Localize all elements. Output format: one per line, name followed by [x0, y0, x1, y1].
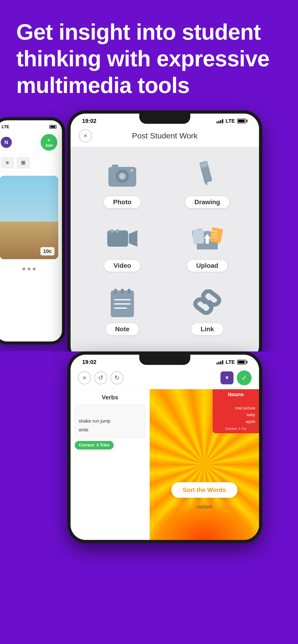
phone2-content: Verbs shake run jump write Correct: 4 Tr… — [71, 389, 259, 540]
phone-main: 19:02 LTE — [67, 110, 262, 364]
svg-point-2 — [119, 173, 126, 180]
tool-upload[interactable]: FILE PHOTO VIDEO Upload — [169, 222, 245, 272]
price-badge: 10c — [40, 247, 55, 256]
link-label: Link — [191, 323, 223, 336]
svg-rect-3 — [112, 164, 118, 168]
comic-panel: Nouns mail picture baby apple Correct: 1… — [150, 389, 259, 540]
tool-link[interactable]: Link — [169, 286, 245, 336]
tools-grid: Photo Drawing — [71, 147, 259, 347]
verbs-title: Verbs — [75, 394, 145, 401]
phone-header-bar: × Post Student Work — [71, 126, 259, 147]
add-button[interactable]: + Add — [41, 134, 57, 151]
tool-note[interactable]: Note — [85, 286, 160, 336]
nouns-title: Nouns — [216, 392, 255, 398]
signal-icon — [216, 119, 223, 123]
svg-marker-9 — [129, 230, 137, 247]
nouns-panel: Nouns mail picture baby apple Correct: 1… — [213, 389, 259, 434]
logo-icon: N — [1, 137, 12, 148]
note-label: Note — [106, 323, 139, 336]
page-title: Post Student Work — [92, 131, 251, 140]
dots-menu — [0, 263, 62, 275]
video-icon — [105, 222, 140, 255]
phone-second: 19:02 LTE × ↺ ↻ — [67, 352, 262, 543]
phone2-header: × ↺ ↻ ▼ ✓ — [71, 368, 259, 389]
radiant-text: radiant — [197, 504, 212, 510]
phone-left-toolbar: N + Add — [0, 131, 62, 154]
phone2-close-btn[interactable]: × — [78, 372, 91, 384]
tool-video[interactable]: Video — [85, 222, 160, 272]
phone-left-status: LTE — [0, 120, 62, 131]
phone2-signal-icon — [216, 360, 223, 364]
phone2-battery-icon — [237, 360, 247, 364]
phone2-notch — [139, 355, 190, 365]
check-btn[interactable]: ✓ — [237, 370, 251, 385]
verbs-panel: Verbs shake run jump write Correct: 4 Tr… — [71, 389, 150, 540]
photo-icon — [105, 159, 140, 191]
photo-label: Photo — [104, 196, 141, 208]
list-view-btn[interactable]: ≡ — [1, 157, 14, 168]
svg-rect-18 — [206, 238, 209, 244]
second-phones-section: 19:02 LTE × ↺ ↻ — [0, 352, 298, 557]
dropdown-btn[interactable]: ▼ — [220, 372, 233, 384]
battery — [50, 125, 56, 129]
verbs-correct-badge: Correct: 4 Tries — [75, 441, 114, 450]
nouns-words: mail picture baby apple — [216, 398, 255, 426]
hero-heading: Get insight into student thinking with e… — [16, 18, 271, 99]
battery-icon — [237, 119, 247, 123]
hero-section: Get insight into student thinking with e… — [0, 0, 298, 110]
close-icon: × — [84, 132, 87, 140]
sort-words-bubble: Sort the Words — [171, 482, 238, 498]
svg-rect-27 — [121, 289, 124, 294]
verbs-words-box: shake run jump write — [75, 404, 145, 438]
close-button[interactable]: × — [79, 129, 92, 142]
sort-words-title: Sort the Words — [183, 486, 226, 494]
note-icon — [105, 286, 140, 318]
upload-label: Upload — [187, 260, 228, 272]
svg-point-4 — [130, 169, 133, 172]
add-label: Add — [45, 144, 53, 148]
lte-label: LTE — [2, 124, 9, 129]
phone-notch — [139, 114, 190, 124]
phone2-status-right: LTE — [216, 359, 247, 365]
svg-rect-26 — [114, 289, 117, 294]
status-time: 19:02 — [82, 118, 96, 124]
drawing-icon — [190, 159, 225, 191]
phone-left: LTE N + Add ≡ ⊞ 1 — [0, 117, 65, 344]
svg-rect-28 — [128, 289, 130, 294]
link-icon — [190, 286, 225, 318]
tool-drawing[interactable]: Drawing — [169, 159, 245, 208]
view-toggle: ≡ ⊞ — [0, 154, 62, 172]
nouns-badge: Correct: 1 Try — [216, 426, 255, 430]
card-preview: 10c — [0, 176, 58, 259]
lte-text: LTE — [226, 118, 235, 124]
grid-view-btn[interactable]: ⊞ — [17, 157, 30, 168]
drawing-label: Drawing — [185, 196, 229, 208]
tool-photo[interactable]: Photo — [85, 159, 160, 208]
redo-btn[interactable]: ↻ — [111, 372, 123, 384]
phone2-time: 19:02 — [82, 359, 96, 365]
card-content: 10c — [0, 172, 62, 263]
phones-section: LTE N + Add ≡ ⊞ 1 — [0, 110, 298, 356]
upload-icon: FILE PHOTO VIDEO — [190, 222, 225, 255]
status-right: LTE — [216, 118, 247, 124]
video-label: Video — [104, 260, 141, 272]
undo-btn[interactable]: ↺ — [94, 372, 107, 384]
plus-icon: + — [47, 137, 51, 144]
phone2-lte: LTE — [226, 359, 235, 365]
svg-rect-20 — [193, 230, 204, 244]
